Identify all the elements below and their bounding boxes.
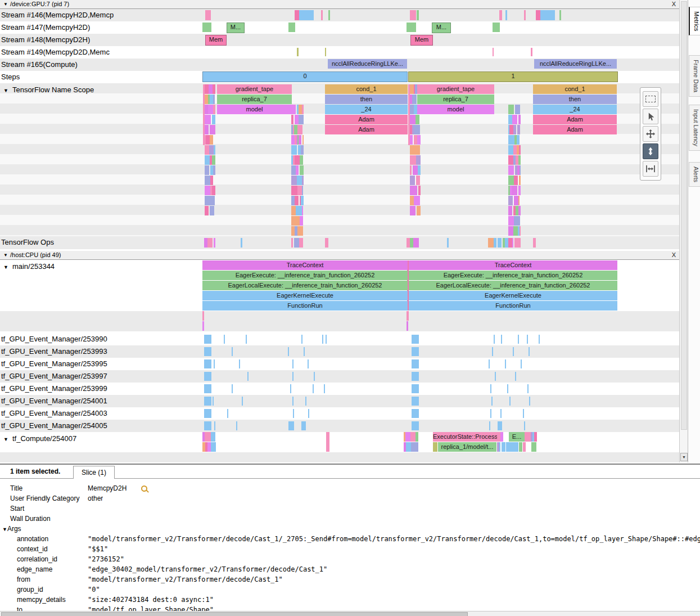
trace-event[interactable] (209, 372, 210, 381)
trace-event[interactable] (508, 238, 513, 248)
trace-event[interactable] (205, 155, 210, 165)
trace-event-eager-execute[interactable]: EagerExecute: __inference_train_function… (409, 271, 617, 280)
trace-event[interactable] (529, 347, 530, 356)
trace-event[interactable] (508, 135, 514, 145)
trace-event[interactable] (291, 145, 297, 155)
trace-event[interactable] (418, 186, 421, 195)
trace-event[interactable] (304, 347, 305, 356)
trace-event[interactable] (500, 409, 502, 418)
trace-event-adam[interactable]: Adam (533, 125, 617, 134)
trace-event[interactable] (207, 384, 208, 393)
trace-event[interactable] (410, 135, 413, 145)
trace-event[interactable] (491, 397, 493, 406)
trace-event[interactable] (489, 359, 490, 368)
trace-event-gradient-tape[interactable]: gradient_tape (417, 84, 494, 94)
trace-event[interactable] (493, 48, 494, 56)
trace-event-cond[interactable]: cond_1 (533, 84, 617, 94)
trace-event[interactable] (406, 442, 411, 452)
trace-event-memcpy[interactable]: M... (227, 23, 245, 33)
trace-event[interactable] (322, 335, 323, 344)
trace-event[interactable] (246, 335, 247, 344)
trace-event[interactable] (410, 145, 415, 155)
trace-event[interactable] (328, 10, 330, 20)
trace-event[interactable] (513, 125, 516, 134)
trace-event[interactable] (498, 238, 502, 248)
trace-event-trace-context[interactable]: TraceContext (409, 260, 617, 270)
trace-event[interactable] (507, 384, 508, 393)
trace-event-then[interactable]: then (325, 95, 408, 104)
trace-event-memcpy[interactable]: M... (432, 23, 451, 33)
trace-event[interactable] (518, 335, 519, 344)
trace-event[interactable] (205, 186, 210, 195)
trace-event[interactable] (295, 115, 299, 124)
trace-event[interactable] (492, 347, 493, 356)
trace-event[interactable] (204, 421, 211, 430)
scroll-down-button[interactable]: ▼ (680, 453, 688, 461)
trace-event[interactable] (514, 176, 518, 185)
trace-event[interactable] (410, 196, 414, 205)
trace-event[interactable] (410, 115, 416, 124)
trace-event[interactable] (415, 145, 420, 155)
trace-event[interactable] (205, 432, 209, 442)
tab-frame-data[interactable]: Frame Data (689, 55, 700, 97)
trace-event[interactable] (212, 155, 215, 165)
trace-event[interactable] (300, 165, 304, 175)
trace-event[interactable] (302, 176, 304, 185)
trace-event[interactable] (416, 432, 418, 442)
trace-event-cond[interactable]: cond_1 (325, 84, 408, 94)
trace-event-replica[interactable]: replica_7 (417, 95, 494, 104)
trace-event[interactable] (205, 176, 210, 185)
trace-event[interactable] (211, 432, 215, 442)
trace-event[interactable] (295, 155, 300, 165)
trace-event[interactable] (523, 442, 526, 452)
trace-event[interactable] (204, 372, 211, 381)
trace-event[interactable] (301, 145, 304, 155)
trace-event[interactable] (529, 397, 530, 406)
vertical-scrollbar[interactable]: ▼ (679, 0, 688, 462)
trace-event[interactable] (292, 372, 293, 381)
trace-event[interactable] (308, 359, 309, 368)
trace-event[interactable] (531, 442, 536, 452)
trace-event[interactable] (519, 442, 522, 452)
trace-event[interactable] (525, 432, 531, 442)
trace-event[interactable] (291, 206, 296, 215)
trace-event[interactable] (410, 155, 416, 165)
trace-event[interactable] (205, 84, 209, 94)
trace-event-function-run[interactable]: FunctionRun (409, 301, 617, 311)
trace-event[interactable] (412, 95, 417, 104)
trace-event[interactable] (297, 48, 299, 56)
trace-event-trace-context[interactable]: TraceContext (202, 260, 408, 270)
trace-event-eager-local-execute[interactable]: EagerLocalExecute: __inference_train_fun… (409, 281, 617, 290)
trace-event[interactable] (299, 115, 304, 124)
trace-event[interactable] (539, 335, 540, 344)
trace-event-eager-execute[interactable]: EagerExecute: __inference_train_function… (202, 271, 408, 280)
trace-event[interactable] (208, 347, 209, 356)
trace-event[interactable] (296, 165, 299, 175)
trace-event[interactable] (517, 125, 520, 134)
trace-event-adam[interactable]: Adam (533, 115, 617, 124)
trace-event[interactable] (412, 335, 419, 344)
trace-event[interactable] (494, 335, 495, 344)
trace-event[interactable] (205, 115, 211, 124)
tab-input-latency[interactable]: Input Latency (689, 105, 700, 151)
trace-event[interactable] (211, 442, 216, 452)
trace-event[interactable] (501, 335, 502, 344)
trace-event[interactable] (515, 105, 520, 114)
trace-event[interactable] (294, 238, 299, 248)
trace-event[interactable] (508, 165, 514, 175)
trace-event[interactable] (209, 145, 214, 155)
trace-event[interactable] (410, 432, 416, 442)
trace-event[interactable] (527, 335, 528, 344)
trace-event-gradient-tape[interactable]: gradient_tape (217, 84, 292, 94)
trace-event[interactable] (205, 125, 209, 134)
trace-event[interactable] (514, 196, 518, 205)
trace-event[interactable] (325, 48, 326, 56)
trace-event[interactable] (295, 196, 298, 205)
trace-event[interactable] (202, 311, 204, 321)
trace-event[interactable] (247, 372, 249, 381)
trace-event[interactable] (224, 335, 225, 344)
trace-event[interactable] (300, 155, 303, 165)
trace-event[interactable] (412, 347, 419, 356)
trace-event[interactable] (321, 10, 323, 20)
trace-event-step[interactable]: 1 (408, 71, 618, 82)
